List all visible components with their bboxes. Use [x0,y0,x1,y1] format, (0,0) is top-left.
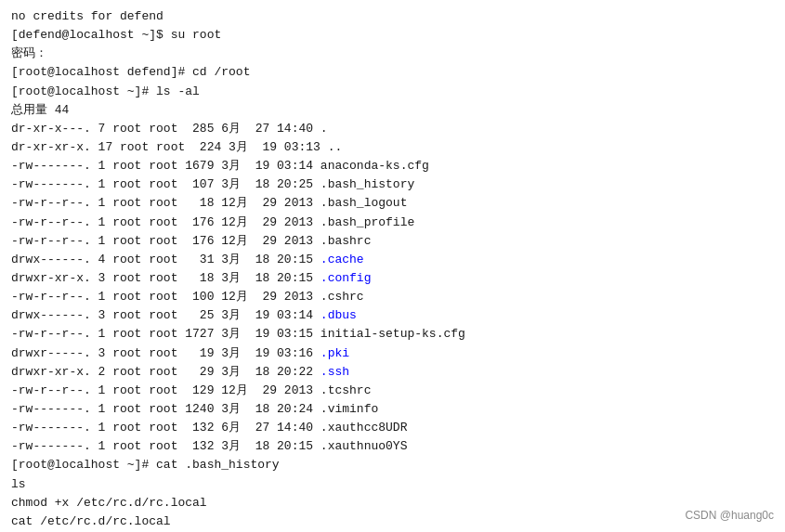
watermark: CSDN @huang0c [685,507,774,525]
cache-link: .cache [321,253,364,266]
terminal-window: no credits for defend [defend@localhost … [0,0,785,532]
dbus-link: .dbus [321,308,357,322]
line-9: -rw-------. 1 root root 1679 3月 19 03:14… [11,157,774,175]
line-15: drwxr-xr-x. 3 root root 18 3月 18 20:15 .… [11,269,774,288]
pki-link: .pki [321,346,349,360]
line-18: -rw-r--r--. 1 root root 1727 3月 19 03:15… [11,325,774,344]
line-24: -rw-------. 1 root root 132 3月 18 20:15 … [11,437,774,456]
line-19: drwxr-----. 3 root root 19 3月 19 03:16 .… [11,344,774,363]
config-link: .config [321,271,372,285]
ssh-link: .ssh [321,365,349,379]
line-1: no credits for defend [11,7,774,26]
line-26: ls [11,475,774,494]
line-8: dr-xr-xr-x. 17 root root 224 3月 19 03:13… [11,138,774,157]
line-23: -rw-------. 1 root root 132 6月 27 14:40 … [11,419,774,437]
line-14: drwx------. 4 root root 31 3月 18 20:15 .… [11,251,774,269]
line-7: dr-xr-x---. 7 root root 285 6月 27 14:40 … [11,120,774,138]
line-5: [root@localhost ~]# ls -al [11,83,774,101]
line-28: cat /etc/rc.d/rc.local [11,513,774,531]
line-22: -rw-------. 1 root root 1240 3月 18 20:24… [11,400,774,419]
line-21: -rw-r--r--. 1 root root 129 12月 29 2013 … [11,382,774,400]
line-10: -rw-------. 1 root root 107 3月 18 20:25 … [11,175,774,194]
line-16: -rw-r--r--. 1 root root 100 12月 29 2013 … [11,288,774,306]
line-25: [root@localhost ~]# cat .bash_history [11,456,774,474]
line-27: chmod +x /etc/rc.d/rc.local [11,494,774,513]
line-17: drwx------. 3 root root 25 3月 19 03:14 .… [11,306,774,325]
line-11: -rw-r--r--. 1 root root 18 12月 29 2013 .… [11,194,774,213]
line-20: drwxr-xr-x. 2 root root 29 3月 18 20:22 .… [11,363,774,382]
line-12: -rw-r--r--. 1 root root 176 12月 29 2013 … [11,214,774,232]
line-13: -rw-r--r--. 1 root root 176 12月 29 2013 … [11,232,774,251]
line-3: 密码： [11,45,774,63]
line-4: [root@localhost defend]# cd /root [11,63,774,82]
line-6: 总用量 44 [11,101,774,120]
line-2: [defend@localhost ~]$ su root [11,26,774,45]
